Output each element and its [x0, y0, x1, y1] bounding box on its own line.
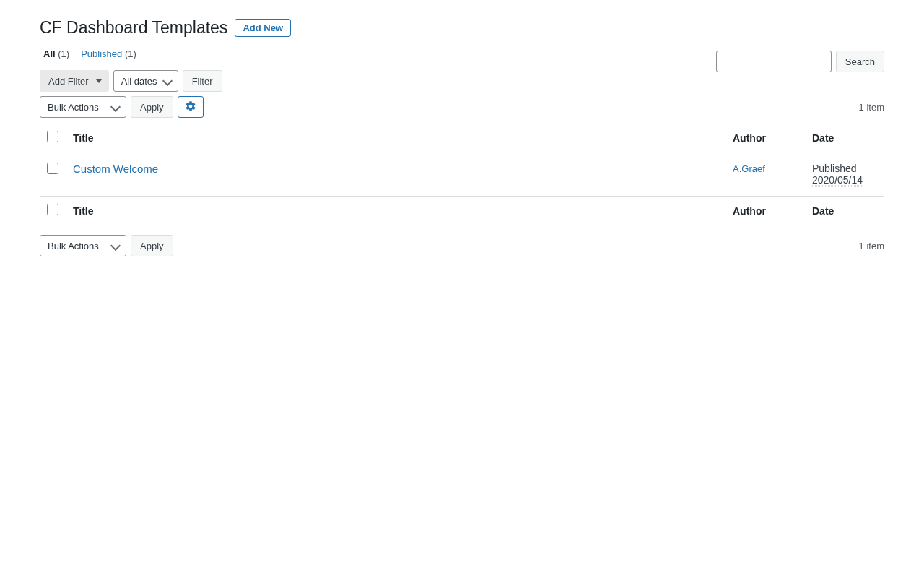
row-title-link[interactable]: Custom Welcome [73, 163, 158, 175]
column-footer-title: Title [66, 197, 725, 225]
date-filter-wrap: All dates [113, 70, 178, 92]
filter-published[interactable]: Published (1) [81, 48, 136, 59]
page-title: CF Dashboard Templates [40, 18, 227, 38]
row-status: Published [812, 163, 877, 174]
templates-table: Title Author Date Custom Welcome A.Graef… [40, 124, 884, 225]
select-all-checkbox-top[interactable] [47, 131, 58, 142]
row-date: 2020/05/14 [812, 174, 863, 186]
row-author-link[interactable]: A.Graef [733, 163, 765, 174]
filter-published-count: (1) [125, 48, 136, 59]
bulk-actions-wrap-top: Bulk Actions [40, 96, 126, 118]
filter-all-label: All [43, 48, 56, 59]
row-checkbox[interactable] [47, 163, 58, 174]
date-filter-select[interactable]: All dates [113, 70, 178, 92]
search-button[interactable]: Search [836, 51, 884, 72]
gear-icon [185, 100, 196, 114]
item-count-top: 1 item [859, 102, 884, 113]
column-header-title[interactable]: Title [66, 124, 725, 152]
table-row: Custom Welcome A.Graef Published 2020/05… [40, 152, 884, 197]
bulk-actions-select-bottom[interactable]: Bulk Actions [40, 235, 126, 256]
filter-all-count: (1) [58, 48, 69, 59]
filter-button[interactable]: Filter [183, 70, 222, 92]
item-count-bottom: 1 item [859, 241, 884, 251]
column-header-date[interactable]: Date [805, 124, 884, 152]
select-all-checkbox-bottom[interactable] [47, 204, 58, 215]
column-footer-date: Date [805, 197, 884, 225]
column-footer-author: Author [725, 197, 805, 225]
apply-button-bottom[interactable]: Apply [131, 235, 173, 256]
column-header-author[interactable]: Author [725, 124, 805, 152]
add-new-button[interactable]: Add New [235, 19, 291, 37]
settings-button[interactable] [178, 96, 204, 118]
search-input[interactable] [716, 51, 832, 72]
apply-button-top[interactable]: Apply [131, 96, 173, 118]
filter-all[interactable]: All (1) [43, 48, 69, 59]
filter-published-label: Published [81, 48, 122, 59]
bulk-actions-wrap-bottom: Bulk Actions [40, 235, 126, 256]
bulk-actions-select-top[interactable]: Bulk Actions [40, 96, 126, 118]
add-filter-button[interactable]: Add Filter [40, 70, 109, 92]
